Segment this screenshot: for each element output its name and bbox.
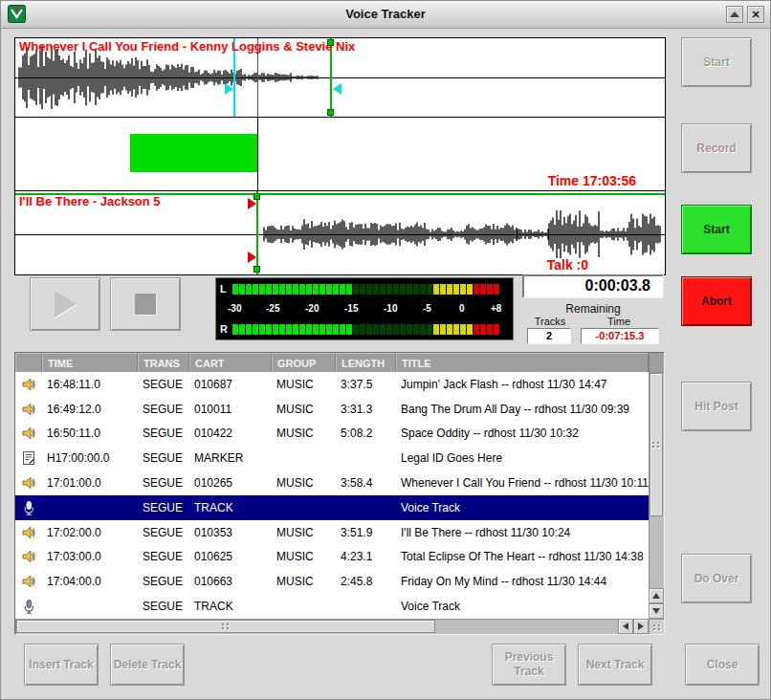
cell: Jumpin' Jack Flash -- rdhost 11/30 14:47 [396, 378, 649, 391]
cell: 2:45.8 [336, 575, 396, 588]
track2-waveform-panel[interactable]: I'll Be There - Jackson 5 Talk :0 [15, 191, 665, 274]
cell: 17:01:00.0 [42, 476, 138, 490]
thumb-grip [222, 623, 230, 629]
meter-scale: -30-25-20-15-10-50+8 [216, 303, 513, 316]
meter-scale-label: +8 [491, 303, 501, 314]
column-header[interactable]: TITLE [396, 353, 649, 372]
column-header[interactable] [15, 353, 42, 372]
close-window-button[interactable]: ✕ [747, 6, 764, 23]
horizontal-scrollbar-thumb[interactable] [16, 620, 435, 633]
track2-start-handle-bottom[interactable] [253, 266, 260, 273]
close-button[interactable]: Close [685, 644, 760, 686]
cell: SEGUE [138, 403, 189, 416]
arrow-left-icon [623, 623, 628, 630]
next-track-button[interactable]: Next Track [578, 644, 652, 686]
speaker-icon [15, 574, 42, 589]
table-row[interactable]: 17:03:00.0SEGUE010625MUSIC4:23.1Total Ec… [15, 545, 649, 570]
cell: 3:58.4 [336, 476, 396, 490]
voice-track-region[interactable] [130, 134, 257, 172]
table-row[interactable]: H17:00:00.0SEGUEMARKERLegal ID Goes Here [15, 446, 649, 470]
table-row[interactable]: 17:02:00.0SEGUE010353MUSIC3:51.9I'll Be … [15, 520, 649, 545]
horizontal-scrollbar[interactable] [15, 619, 649, 634]
record-button[interactable]: Record [681, 123, 752, 173]
segue-marker-handle[interactable] [225, 83, 233, 95]
voice-track-editor: Whenever I Call You Friend - Kenny Loggi… [14, 37, 666, 275]
scroll-left-button[interactable] [618, 619, 633, 634]
cell: SEGUE [138, 575, 189, 588]
column-header[interactable]: LENGTH [336, 353, 396, 372]
cell: MUSIC [272, 575, 336, 588]
scroll-up-button[interactable] [649, 588, 664, 603]
track-start-handle-top[interactable] [327, 39, 334, 46]
track1-title: Whenever I Call You Friend - Kenny Loggi… [19, 39, 355, 54]
insert-track-button[interactable]: Insert Track [24, 644, 99, 686]
track1-waveform-panel[interactable]: Whenever I Call You Friend - Kenny Loggi… [15, 38, 665, 118]
voice-track-panel[interactable]: Time 17:03:56 [15, 118, 665, 191]
cell: 3:37.5 [336, 378, 396, 391]
cell: SEGUE [138, 600, 189, 613]
track2-talk-handle[interactable] [248, 198, 256, 209]
do-over-button[interactable]: Do Over [681, 554, 752, 603]
cell: 16:49:12.0 [42, 403, 138, 416]
time-readout: Time 17:03:56 [548, 173, 636, 188]
play-button[interactable] [30, 277, 100, 331]
cell: 010687 [189, 378, 272, 391]
cell: 3:31.3 [336, 403, 396, 416]
titlebar[interactable]: Voice Tracker ✕ [1, 1, 770, 29]
level-meter: L -30-25-20-15-10-50+8 R [215, 277, 514, 340]
table-row[interactable]: 16:50:11.0SEGUE010422MUSIC5:08.2Space Od… [15, 422, 649, 447]
stop-button[interactable] [110, 277, 181, 331]
window-title: Voice Tracker [1, 7, 770, 21]
shade-button[interactable] [726, 6, 743, 23]
meter-scale-label: -10 [384, 303, 397, 314]
column-header[interactable]: CART [189, 353, 272, 372]
hit-post-button[interactable]: Hit Post [681, 382, 752, 431]
column-header[interactable]: TIME [42, 353, 138, 372]
table-row[interactable]: 17:04:00.0SEGUE010663MUSIC2:45.8Friday O… [15, 569, 649, 594]
track2-start-marker-line[interactable] [256, 191, 258, 274]
cell: 3:51.9 [336, 526, 396, 539]
close-icon: ✕ [751, 10, 760, 20]
table-row[interactable]: SEGUETRACKVoice Track [15, 495, 649, 520]
abort-button[interactable]: Abort [681, 276, 752, 326]
table-row[interactable]: SEGUETRACKVoice Track [15, 594, 649, 619]
start-1-button[interactable]: Start [681, 37, 752, 87]
cell: 17:04:00.0 [42, 575, 138, 588]
cell: 16:48:11.0 [42, 378, 138, 391]
table-row[interactable]: 16:49:12.0SEGUE010011MUSIC3:31.3Bang The… [15, 397, 649, 422]
scroll-right-button[interactable] [633, 619, 649, 634]
speaker-icon [15, 377, 42, 392]
meter-scale-label: -5 [423, 303, 431, 314]
start-2-button[interactable]: Start [681, 205, 752, 254]
remaining-time-value: -0:07:15.3 [581, 328, 659, 344]
cell: SEGUE [138, 378, 189, 391]
cell: H17:00:00.0 [42, 451, 138, 465]
cell: SEGUE [138, 501, 189, 514]
remaining-label: Remaining [522, 302, 664, 316]
delete-track-button[interactable]: Delete Track [110, 644, 185, 686]
column-header[interactable]: GROUP [272, 353, 336, 372]
track-start-handle-bottom[interactable] [327, 109, 334, 116]
cell: 010663 [189, 575, 272, 588]
log-header-cap [649, 353, 664, 372]
previous-track-button[interactable]: Previous Track [492, 644, 566, 686]
log-table-header[interactable]: TIMETRANSCARTGROUPLENGTHTITLE [15, 353, 649, 372]
arrow-right-icon [638, 623, 644, 630]
track2-talk-handle[interactable] [248, 252, 256, 263]
column-header[interactable]: TRANS [138, 353, 189, 372]
meter-scale-label: -25 [266, 303, 279, 314]
meter-right-label: R [220, 323, 232, 335]
cell: 010011 [189, 403, 272, 416]
cell: MUSIC [272, 403, 336, 416]
cell: 5:08.2 [336, 427, 396, 440]
table-row[interactable]: 17:01:00.0SEGUE010265MUSIC3:58.4Whenever… [15, 470, 649, 495]
vertical-scrollbar[interactable] [649, 372, 664, 619]
table-row[interactable]: 16:48:11.0SEGUE010687MUSIC3:37.5Jumpin' … [15, 372, 649, 397]
cell: MUSIC [272, 526, 336, 539]
cell: Voice Track [396, 600, 649, 613]
speaker-icon [15, 549, 42, 564]
scroll-down-button[interactable] [649, 603, 664, 619]
cell: 17:02:00.0 [42, 526, 138, 539]
vertical-scrollbar-thumb[interactable] [650, 373, 663, 516]
segue-end-handle[interactable] [333, 83, 341, 95]
